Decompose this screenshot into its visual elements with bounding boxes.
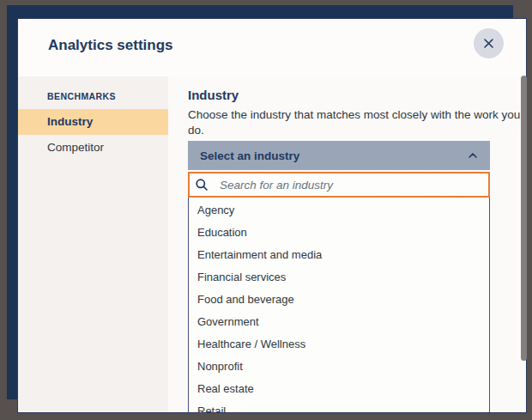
benchmarks-sidebar: BENCHMARKS Industry Competitor: [18, 76, 168, 412]
industry-option[interactable]: Healthcare / Wellness: [189, 333, 489, 356]
industry-select-trigger[interactable]: Select an industry: [188, 141, 490, 170]
sidebar-section-label: BENCHMARKS: [18, 84, 168, 109]
close-icon: [483, 38, 494, 49]
modal-title: Analytics settings: [48, 37, 474, 54]
industry-option[interactable]: Food and beverage: [189, 289, 489, 311]
sidebar-nav-item-label: Industry: [47, 115, 93, 128]
modal-header: Analytics settings: [18, 19, 526, 76]
chevron-up-icon: [468, 152, 478, 159]
search-icon: [195, 178, 209, 192]
industry-option[interactable]: Retail: [189, 400, 489, 413]
industry-option[interactable]: Education: [189, 222, 489, 244]
close-button[interactable]: [474, 28, 504, 58]
sidebar-nav-item-label: Competitor: [47, 141, 104, 154]
panel-heading: Industry: [188, 87, 526, 104]
industry-select-label: Select an industry: [200, 149, 468, 162]
industry-option-list: Agency Education Entertainment and media…: [188, 198, 490, 413]
industry-option[interactable]: Real estate: [189, 378, 489, 400]
industry-option[interactable]: Nonprofit: [189, 356, 489, 378]
industry-option[interactable]: Government: [189, 311, 489, 333]
modal-body: BENCHMARKS Industry Competitor Industry: [18, 76, 526, 412]
industry-search-input[interactable]: [209, 179, 481, 192]
industry-settings-panel: Industry Choose the industry that matche…: [168, 76, 526, 412]
analytics-settings-modal: Analytics settings BENCHMARKS Industry: [17, 18, 527, 413]
sidebar-nav: Industry Competitor: [18, 109, 168, 161]
panel-description: Choose the industry that matches most cl…: [188, 107, 526, 138]
sidebar-nav-item[interactable]: Competitor: [18, 135, 168, 161]
scrollbar-thumb[interactable]: [521, 76, 527, 361]
industry-option[interactable]: Financial services: [189, 266, 489, 289]
industry-option[interactable]: Entertainment and media: [189, 244, 489, 266]
sidebar-nav-item[interactable]: Industry: [18, 109, 168, 135]
screenshot-canvas: Analytics settings BENCHMARKS Industry: [0, 0, 532, 420]
industry-search-box: [188, 172, 490, 198]
industry-option[interactable]: Agency: [189, 199, 489, 222]
